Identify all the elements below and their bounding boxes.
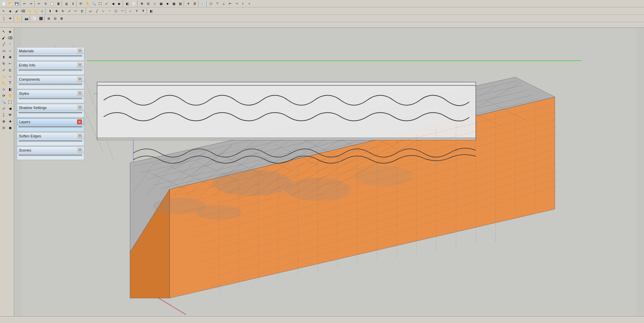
left-dim[interactable]: ↔ — [7, 73, 13, 79]
section-plane-tool[interactable]: ◧ — [148, 8, 154, 14]
monochrome-button[interactable]: ▧ — [177, 1, 183, 7]
canvas-area[interactable] — [14, 28, 644, 316]
left-component[interactable]: ◈ — [7, 28, 13, 34]
save-button[interactable]: 💾 — [13, 1, 20, 7]
layers-panel-header[interactable]: Layers ✕ — [17, 118, 84, 125]
next-view-button[interactable]: ▶ — [116, 1, 122, 7]
styles-close-button[interactable]: ✕ — [78, 91, 82, 96]
components-tool[interactable]: ◈ — [7, 8, 13, 14]
soften-edges-panel-header[interactable]: Soften Edges ✕ — [17, 133, 84, 139]
new-button[interactable]: 📄 — [1, 1, 7, 7]
left-rect[interactable]: ▭ — [1, 48, 7, 54]
shadow-settings-close-button[interactable]: ✕ — [78, 105, 82, 110]
hidden-line-button[interactable]: ▩ — [158, 1, 164, 7]
left-select[interactable]: ↖ — [1, 28, 7, 34]
delete-button[interactable]: 🗑 — [55, 1, 61, 7]
styles-panel-header[interactable]: Styles ✕ — [17, 90, 84, 97]
left-zoom[interactable]: 🔍 — [1, 99, 7, 105]
left-push-pull[interactable]: ⬆ — [1, 54, 7, 60]
paste-button[interactable]: 📋 — [49, 1, 55, 7]
measure-tool-3[interactable]: 📐 — [15, 16, 21, 22]
shaded-button[interactable]: ■ — [164, 1, 171, 7]
extra3[interactable]: ⊠ — [59, 16, 65, 22]
components-slider[interactable] — [19, 84, 82, 85]
rotate-tool[interactable]: ↻ — [60, 8, 66, 14]
zoom-extents-button[interactable]: ⤢ — [103, 1, 110, 7]
entity-info-close-button[interactable]: ✕ — [78, 63, 82, 68]
left-text[interactable]: T — [7, 80, 13, 86]
circle-tool[interactable]: ○ — [100, 8, 106, 14]
left-move[interactable]: ✥ — [7, 54, 13, 60]
entity-info-panel-header[interactable]: Entity Info ✕ — [17, 62, 84, 69]
bottom-view-button[interactable]: ⊦ — [246, 1, 252, 7]
axes-tool[interactable]: ⊹ — [39, 8, 45, 14]
tape-tool[interactable]: 📏 — [26, 8, 32, 14]
styles-slider[interactable] — [19, 98, 82, 99]
left-pan[interactable]: ✋ — [7, 92, 13, 99]
left-scale[interactable]: ⤢ — [1, 67, 7, 73]
left-tape[interactable]: 📏 — [1, 73, 7, 79]
left-zoom-ext[interactable]: ⤢ — [1, 105, 7, 111]
prev-view-button[interactable]: ◀ — [110, 1, 116, 7]
shadows-button[interactable]: ☀ — [185, 1, 191, 7]
freehand-tool[interactable]: 〰 — [119, 8, 125, 14]
entity-info-slider[interactable] — [19, 70, 82, 71]
eraser-tool[interactable]: ⌫ — [20, 8, 26, 14]
3dtext-tool[interactable]: 𝐓 — [140, 8, 146, 14]
look-around-tool[interactable]: 👁 — [7, 16, 13, 22]
walk-tool[interactable]: 🚶 — [1, 16, 7, 22]
left-extra[interactable]: ★ — [7, 118, 13, 124]
paint-tool[interactable]: 🖌 — [13, 8, 20, 14]
left-prev-next[interactable]: ◀ — [7, 105, 13, 111]
materials-close-button[interactable]: ✕ — [78, 49, 82, 53]
follow-me-tool[interactable]: ⟜ — [73, 8, 79, 14]
left-protractor[interactable]: 📐 — [1, 80, 7, 86]
make-component-button[interactable]: ⬛ — [38, 16, 44, 22]
soften-edges-slider[interactable] — [19, 140, 82, 142]
left-extra3[interactable]: ◉ — [7, 125, 13, 131]
left-zoom-window[interactable]: ⛶ — [7, 99, 13, 105]
back-view-button[interactable]: ⊦ — [240, 1, 246, 7]
scenes-slider[interactable] — [19, 155, 82, 156]
fog-button[interactable]: 🌫 — [192, 1, 198, 7]
left-follow-me[interactable]: ⟜ — [7, 60, 13, 66]
layers-slider[interactable] — [19, 126, 82, 128]
line-tool[interactable]: ╱ — [94, 8, 100, 14]
soften-edges-close-button[interactable]: ✕ — [78, 134, 82, 138]
scale-tool[interactable]: ⤢ — [66, 8, 72, 14]
left-line[interactable]: ╱ — [1, 41, 7, 47]
rectangle-tool[interactable]: ▭ — [87, 8, 93, 14]
materials-panel-header[interactable]: Materials ✕ — [17, 48, 84, 54]
left-offset[interactable]: ⊏ — [7, 67, 13, 73]
zoom-button[interactable]: 🔍 — [91, 1, 97, 7]
materials-slider[interactable] — [19, 55, 82, 57]
xray-button[interactable]: ☢ — [139, 1, 145, 7]
left-rotate[interactable]: ↻ — [1, 60, 7, 66]
cut-button[interactable]: ✂ — [36, 1, 42, 7]
components-close-button[interactable]: ✕ — [78, 77, 82, 82]
pan-button[interactable]: ✋ — [84, 1, 90, 7]
dimension-tool[interactable]: ↔ — [127, 8, 133, 14]
left-extra2[interactable]: ⊙ — [1, 125, 7, 131]
extra1[interactable]: ⊞ — [46, 16, 52, 22]
ruby-console-button[interactable]: 💎 — [200, 1, 206, 7]
orbit-button[interactable]: ⟳ — [78, 1, 84, 7]
scenes-panel-header[interactable]: Scenes ✕ — [17, 147, 84, 154]
copy-button[interactable]: ⎘ — [42, 1, 49, 7]
components-panel-header[interactable]: Components ✕ — [17, 76, 84, 83]
polygon-tool[interactable]: ⬡ — [113, 8, 119, 14]
left-circle[interactable]: ○ — [7, 48, 13, 54]
front-view-button[interactable]: ⊥ — [221, 1, 227, 7]
protractor-tool[interactable]: 📐 — [33, 8, 39, 14]
left-arc[interactable]: ◜ — [7, 41, 13, 47]
model-info-button[interactable]: ℹ — [70, 1, 76, 7]
extra2[interactable]: ⊟ — [52, 16, 58, 22]
match-photo-button[interactable]: 📷 — [23, 16, 29, 22]
text-tool[interactable]: T — [134, 8, 140, 14]
scenes-close-button[interactable]: ✕ — [78, 148, 82, 153]
move-tool[interactable]: ✥ — [54, 8, 60, 14]
left-look[interactable]: 👁 — [7, 112, 13, 118]
wireframe-button[interactable]: □ — [152, 1, 158, 7]
left-position[interactable]: ⊕ — [1, 118, 7, 124]
top-view-button[interactable]: ⊤ — [214, 1, 220, 7]
